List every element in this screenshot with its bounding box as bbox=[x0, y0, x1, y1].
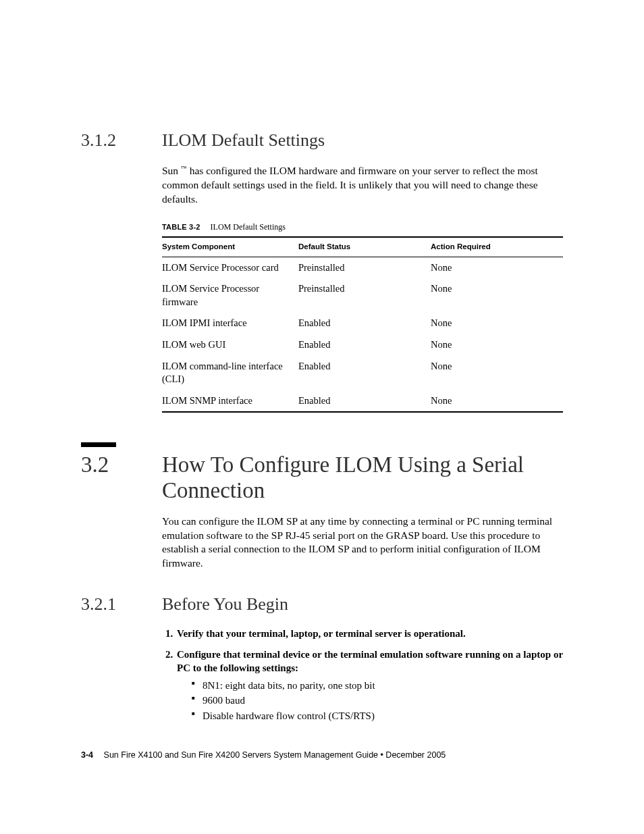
page-number: 3-4 bbox=[81, 750, 101, 760]
step-item: Configure that terminal device or the te… bbox=[176, 648, 563, 723]
table-header-cell: Action Required bbox=[431, 237, 563, 257]
text-run: Sun bbox=[162, 165, 178, 176]
table-cell: ILOM command-line interface (CLI) bbox=[162, 356, 298, 390]
table-cell: Enabled bbox=[298, 356, 431, 390]
page-footer: 3-4 Sun Fire X4100 and Sun Fire X4200 Se… bbox=[81, 750, 446, 761]
paragraph: Sun ™ has configured the ILOM hardware a… bbox=[162, 164, 563, 207]
trademark-symbol: ™ bbox=[181, 165, 187, 172]
table-cell: None bbox=[431, 257, 563, 278]
table-cell: Enabled bbox=[298, 313, 431, 334]
section-rule bbox=[81, 442, 116, 447]
paragraph: You can configure the ILOM SP at any tim… bbox=[162, 515, 563, 571]
heading-title: Before You Begin bbox=[162, 592, 288, 616]
table-header-cell: Default Status bbox=[298, 237, 431, 257]
section-3-2-body: You can configure the ILOM SP at any tim… bbox=[162, 515, 563, 571]
table-cell: ILOM SNMP interface bbox=[162, 390, 298, 413]
list-item: 8N1: eight data bits, no parity, one sto… bbox=[192, 679, 563, 692]
table-cell: Enabled bbox=[298, 390, 431, 413]
heading-title: ILOM Default Settings bbox=[162, 128, 325, 152]
heading-number: 3.1.2 bbox=[81, 128, 162, 152]
step-item: Verify that your terminal, laptop, or te… bbox=[176, 627, 563, 640]
table-title: ILOM Default Settings bbox=[211, 222, 286, 232]
table-cell: None bbox=[431, 390, 563, 413]
heading-3-2-1: 3.2.1 Before You Begin bbox=[81, 592, 563, 616]
table-row: ILOM SNMP interface Enabled None bbox=[162, 390, 563, 413]
list-item: 9600 baud bbox=[192, 694, 563, 707]
table-cell: None bbox=[431, 334, 563, 356]
table-caption: TABLE 3-2 ILOM Default Settings bbox=[162, 221, 563, 232]
heading-number: 3.2 bbox=[81, 452, 162, 478]
table-cell: None bbox=[431, 278, 563, 313]
list-item: Disable hardware flow control (CTS/RTS) bbox=[192, 709, 563, 723]
step-text: Verify that your terminal, laptop, or te… bbox=[177, 628, 466, 639]
bullet-list: 8N1: eight data bits, no parity, one sto… bbox=[177, 679, 563, 723]
table-cell: None bbox=[431, 356, 563, 390]
table-row: ILOM IPMI interface Enabled None bbox=[162, 313, 563, 334]
table-row: ILOM Service Processor firmware Preinsta… bbox=[162, 278, 563, 313]
heading-3-1-2: 3.1.2 ILOM Default Settings bbox=[81, 128, 563, 152]
table-header-cell: System Component bbox=[162, 237, 298, 257]
section-3-1-2-body: Sun ™ has configured the ILOM hardware a… bbox=[162, 164, 563, 413]
table-row: ILOM Service Processor card Preinstalled… bbox=[162, 257, 563, 278]
table-cell: ILOM IPMI interface bbox=[162, 313, 298, 334]
table-cell: None bbox=[431, 313, 563, 334]
table-row: ILOM web GUI Enabled None bbox=[162, 334, 563, 356]
document-page: 3.1.2 ILOM Default Settings Sun ™ has co… bbox=[0, 0, 644, 834]
heading-title: How To Configure ILOM Using a Serial Con… bbox=[162, 452, 563, 504]
section-3-2-1-body: Verify that your terminal, laptop, or te… bbox=[162, 627, 563, 723]
table-cell: ILOM web GUI bbox=[162, 334, 298, 356]
step-text: Configure that terminal device or the te… bbox=[177, 649, 563, 673]
footer-text: Sun Fire X4100 and Sun Fire X4200 Server… bbox=[104, 750, 446, 760]
heading-number: 3.2.1 bbox=[81, 592, 162, 616]
table-cell: ILOM Service Processor card bbox=[162, 257, 298, 278]
table-cell: Preinstalled bbox=[298, 257, 431, 278]
heading-3-2: 3.2 How To Configure ILOM Using a Serial… bbox=[81, 452, 563, 504]
table-row: ILOM command-line interface (CLI) Enable… bbox=[162, 356, 563, 390]
table-cell: Enabled bbox=[298, 334, 431, 356]
ilom-settings-table: System Component Default Status Action R… bbox=[162, 236, 563, 413]
table-cell: ILOM Service Processor firmware bbox=[162, 278, 298, 313]
text-run: has configured the ILOM hardware and fir… bbox=[162, 165, 538, 205]
table-header-row: System Component Default Status Action R… bbox=[162, 237, 563, 257]
numbered-steps: Verify that your terminal, laptop, or te… bbox=[162, 627, 563, 723]
table-cell: Preinstalled bbox=[298, 278, 431, 313]
table-label: TABLE 3-2 bbox=[162, 223, 209, 231]
